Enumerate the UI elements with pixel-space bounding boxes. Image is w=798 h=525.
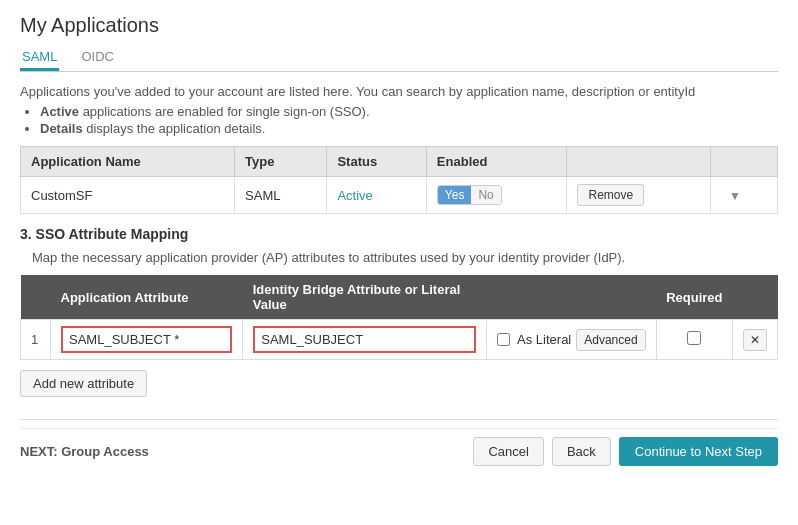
attr-identity-cell (243, 320, 487, 360)
col-status: Status (327, 147, 426, 177)
info-section: Applications you've added to your accoun… (20, 84, 778, 136)
continue-button[interactable]: Continue to Next Step (619, 437, 778, 466)
required-checkbox[interactable] (687, 331, 701, 345)
app-name-cell: CustomSF (21, 177, 235, 214)
col-app-name: Application Name (21, 147, 235, 177)
tab-oidc[interactable]: OIDC (79, 45, 116, 71)
footer-divider (20, 419, 778, 420)
app-table: Application Name Type Status Enabled Cus… (20, 146, 778, 214)
add-attribute-button[interactable]: Add new attribute (20, 370, 147, 397)
as-literal-label: As Literal (517, 332, 571, 347)
advanced-button[interactable]: Advanced (576, 329, 645, 351)
as-literal-group: As Literal Advanced (497, 329, 646, 351)
col-num (21, 275, 51, 320)
tab-saml[interactable]: SAML (20, 45, 59, 71)
attr-row: 1 As Literal Advanced (21, 320, 778, 360)
app-dropdown-cell: ▼ (711, 177, 778, 214)
toggle-yes[interactable]: Yes (438, 186, 472, 204)
as-literal-checkbox[interactable] (497, 333, 510, 346)
sso-subtitle: Map the necessary application provider (… (32, 250, 778, 265)
col-delete (732, 275, 777, 320)
col-identity-attribute: Identity Bridge Attribute or Literal Val… (243, 275, 487, 320)
attr-required-cell (656, 320, 732, 360)
col-app-attribute: Application Attribute (51, 275, 243, 320)
app-remove-cell: Remove (567, 177, 711, 214)
delete-attr-button[interactable]: ✕ (743, 329, 767, 351)
col-type: Type (235, 147, 327, 177)
bullet-active: Active applications are enabled for sing… (40, 104, 778, 119)
toggle-no[interactable]: No (471, 186, 500, 204)
bullet-details-term: Details (40, 121, 83, 136)
col-as-literal (487, 275, 657, 320)
cancel-button[interactable]: Cancel (473, 437, 543, 466)
col-actions (567, 147, 711, 177)
app-status-cell[interactable]: Active (327, 177, 426, 214)
app-type-cell: SAML (235, 177, 327, 214)
attr-as-literal-cell: As Literal Advanced (487, 320, 657, 360)
identity-attribute-input[interactable] (253, 326, 476, 353)
bullet-details: Details displays the application details… (40, 121, 778, 136)
attr-header-row: Application Attribute Identity Bridge At… (21, 275, 778, 320)
col-required: Required (656, 275, 732, 320)
sso-section: 3. SSO Attribute Mapping Map the necessa… (20, 226, 778, 411)
bullet-active-term: Active (40, 104, 79, 119)
info-bullets: Active applications are enabled for sing… (40, 104, 778, 136)
next-prefix: NEXT: (20, 444, 58, 459)
attr-table: Application Attribute Identity Bridge At… (20, 275, 778, 360)
page-title: My Applications (20, 14, 778, 37)
app-table-header-row: Application Name Type Status Enabled (21, 147, 778, 177)
remove-button[interactable]: Remove (577, 184, 644, 206)
footer: NEXT: Group Access Cancel Back Continue … (20, 428, 778, 466)
sso-title: 3. SSO Attribute Mapping (20, 226, 778, 242)
back-button[interactable]: Back (552, 437, 611, 466)
bullet-details-text: displays the application details. (83, 121, 266, 136)
info-description: Applications you've added to your accoun… (20, 84, 778, 99)
app-enabled-cell: Yes No (426, 177, 567, 214)
table-row: CustomSF SAML Active Yes No Remove ▼ (21, 177, 778, 214)
enabled-toggle[interactable]: Yes No (437, 185, 502, 205)
next-step: Group Access (61, 444, 149, 459)
col-enabled: Enabled (426, 147, 567, 177)
attr-delete-cell: ✕ (732, 320, 777, 360)
tabs-bar: SAML OIDC (20, 45, 778, 72)
attr-app-attribute-cell (51, 320, 243, 360)
col-dropdown (711, 147, 778, 177)
attr-row-number: 1 (21, 320, 51, 360)
footer-buttons: Cancel Back Continue to Next Step (473, 437, 778, 466)
dropdown-arrow-icon[interactable]: ▼ (729, 189, 741, 203)
page-container: My Applications SAML OIDC Applications y… (0, 0, 798, 476)
bullet-active-text: applications are enabled for single sign… (79, 104, 370, 119)
next-label: NEXT: Group Access (20, 444, 149, 459)
app-attribute-input[interactable] (61, 326, 232, 353)
